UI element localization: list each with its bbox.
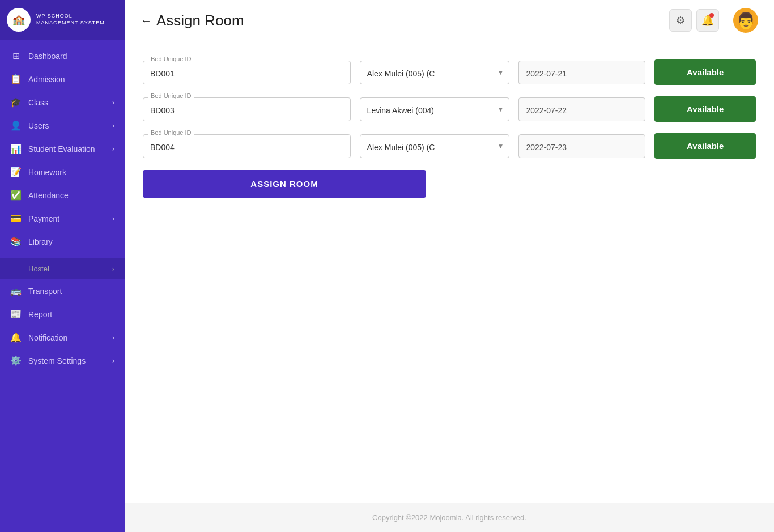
student-dropdown-3[interactable]: Alex Mulei (005) (C: [360, 134, 510, 158]
footer-text: Copyright ©2022 Mojoomla. All rights res…: [372, 513, 526, 522]
student-select-3[interactable]: Alex Mulei (005) (C ▼: [360, 134, 510, 158]
footer: Copyright ©2022 Mojoomla. All rights res…: [125, 503, 774, 532]
student-select-1[interactable]: Alex Mulei (005) (C ▼: [360, 61, 510, 84]
sidebar-item-notification[interactable]: 🔔 Notification ›: [0, 326, 125, 349]
student-dropdown-2[interactable]: Levina Akwei (004): [360, 97, 510, 121]
bed-id-input-2[interactable]: [143, 97, 351, 121]
report-icon: 📰: [10, 309, 22, 320]
sidebar-item-transport[interactable]: 🚌 Transport: [0, 279, 125, 303]
student-eval-icon: 📊: [10, 143, 22, 154]
bed-id-label: Bed Unique ID: [148, 92, 194, 99]
chevron-right-icon: ›: [112, 145, 114, 153]
logo-icon: 🏫: [7, 8, 31, 32]
logo-text: WP SCHOOL MANAGEMENT SYSTEM: [36, 13, 105, 26]
sidebar-item-label: Dashboard: [28, 52, 67, 61]
chevron-right-icon: ›: [112, 122, 114, 130]
attendance-icon: ✅: [10, 190, 22, 201]
student-dropdown-1[interactable]: Alex Mulei (005) (C: [360, 61, 510, 84]
sidebar-item-class[interactable]: 🎓 Class ›: [0, 91, 125, 114]
status-button-1[interactable]: Available: [654, 59, 756, 85]
settings-icon: ⚙️: [10, 355, 22, 366]
dashboard-icon: ⊞: [10, 50, 22, 61]
chevron-right-icon: ›: [112, 215, 114, 223]
chevron-right-icon: ›: [112, 265, 114, 273]
student-select-2[interactable]: Levina Akwei (004) ▼: [360, 97, 510, 121]
chevron-right-icon: ›: [112, 357, 114, 365]
topbar: ← Assign Room ⚙ 🔔 👨: [125, 0, 774, 41]
sidebar: 🏫 WP SCHOOL MANAGEMENT SYSTEM ⊞ Dashboar…: [0, 0, 125, 532]
page-title: ← Assign Room: [141, 12, 244, 29]
sidebar-item-label: Class: [28, 98, 48, 107]
date-field-2: [518, 97, 645, 121]
status-button-3[interactable]: Available: [654, 133, 756, 159]
sidebar-item-dashboard[interactable]: ⊞ Dashboard: [0, 44, 125, 67]
sidebar-item-label: Payment: [28, 214, 59, 223]
sidebar-logo[interactable]: 🏫 WP SCHOOL MANAGEMENT SYSTEM: [0, 0, 125, 40]
gear-icon: ⚙: [676, 14, 685, 27]
main-content: Bed Unique ID Alex Mulei (005) (C ▼ Avai…: [125, 41, 774, 503]
notification-button[interactable]: 🔔: [696, 9, 719, 32]
bed-row: Bed Unique ID Levina Akwei (004) ▼ Avail…: [143, 96, 756, 122]
sidebar-nav: ⊞ Dashboard 📋 Admission 🎓 Class › 👤 User…: [0, 40, 125, 532]
bed-id-label: Bed Unique ID: [148, 129, 194, 136]
bed-id-field-2: Bed Unique ID: [143, 97, 351, 121]
users-icon: 👤: [10, 120, 22, 131]
sidebar-item-student-evaluation[interactable]: 📊 Student Evaluation ›: [0, 137, 125, 160]
notification-dot: [709, 13, 714, 18]
settings-button[interactable]: ⚙: [669, 9, 692, 32]
date-field-3: [518, 134, 645, 158]
avatar-image: 👨: [736, 11, 756, 30]
payment-icon: 💳: [10, 213, 22, 224]
assign-room-button[interactable]: ASSIGN ROOM: [143, 170, 426, 198]
sidebar-item-attendance[interactable]: ✅ Attendance: [0, 184, 125, 207]
sidebar-item-payment[interactable]: 💳 Payment ›: [0, 207, 125, 230]
sidebar-item-label: System Settings: [28, 356, 86, 365]
bed-id-label: Bed Unique ID: [148, 56, 194, 62]
chevron-right-icon: ›: [112, 99, 114, 107]
date-input-1[interactable]: [518, 61, 645, 84]
sidebar-item-label: Transport: [28, 287, 62, 296]
bed-id-input-3[interactable]: [143, 134, 351, 158]
sidebar-item-homework[interactable]: 📝 Homework: [0, 160, 125, 184]
sidebar-item-label: Homework: [28, 168, 66, 177]
sidebar-item-label: Report: [28, 310, 52, 319]
notification-icon: 🔔: [10, 332, 22, 343]
sidebar-item-label: Attendance: [28, 191, 69, 200]
sidebar-item-label: Hostel: [28, 265, 49, 273]
bed-row: Bed Unique ID Alex Mulei (005) (C ▼ Avai…: [143, 133, 756, 159]
sidebar-item-system-settings[interactable]: ⚙️ System Settings ›: [0, 349, 125, 372]
date-field-1: [518, 61, 645, 84]
sidebar-item-label: Admission: [28, 75, 65, 84]
avatar[interactable]: 👨: [733, 8, 758, 33]
sidebar-item-label: Users: [28, 121, 49, 130]
sidebar-item-users[interactable]: 👤 Users ›: [0, 114, 125, 137]
topbar-divider: [726, 10, 726, 31]
sidebar-item-report[interactable]: 📰 Report: [0, 303, 125, 326]
topbar-actions: ⚙ 🔔 👨: [669, 8, 758, 33]
homework-icon: 📝: [10, 167, 22, 177]
transport-icon: 🚌: [10, 286, 22, 296]
date-input-2[interactable]: [518, 97, 645, 121]
bed-id-input-1[interactable]: [143, 61, 351, 84]
date-input-3[interactable]: [518, 134, 645, 158]
sidebar-item-label: Student Evaluation: [28, 144, 95, 154]
sidebar-item-label: Library: [28, 237, 53, 246]
bed-row: Bed Unique ID Alex Mulei (005) (C ▼ Avai…: [143, 59, 756, 85]
status-button-2[interactable]: Available: [654, 96, 756, 122]
bed-id-field-1: Bed Unique ID: [143, 61, 351, 84]
sidebar-item-label: Notification: [28, 333, 67, 342]
back-arrow-icon[interactable]: ←: [141, 14, 152, 27]
bed-id-field-3: Bed Unique ID: [143, 134, 351, 158]
library-icon: 📚: [10, 236, 22, 247]
sidebar-item-hostel[interactable]: Hostel ›: [0, 258, 125, 279]
admission-icon: 📋: [10, 74, 22, 84]
class-icon: 🎓: [10, 97, 22, 108]
sidebar-item-admission[interactable]: 📋 Admission: [0, 67, 125, 91]
chevron-right-icon: ›: [112, 334, 114, 342]
sidebar-item-library[interactable]: 📚 Library: [0, 230, 125, 253]
